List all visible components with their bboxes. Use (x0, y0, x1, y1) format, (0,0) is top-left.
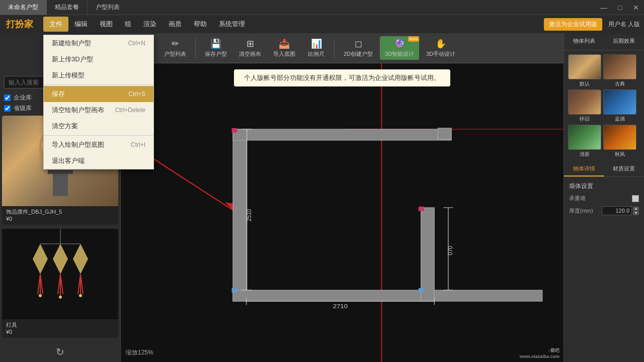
floorlist-icon: ✏ (172, 38, 179, 49)
material-price-0: ¥0 (6, 216, 114, 222)
close-button[interactable]: ✕ (628, 0, 644, 15)
minimize-button[interactable]: — (596, 0, 612, 15)
material-item-1[interactable]: 灯具 ¥0 (2, 229, 118, 338)
canvas-area[interactable]: 个人版帐号部分功能没有开通权限，可激活为企业试用版帐号试用。 (121, 63, 564, 362)
style-thumb-classic (603, 54, 636, 79)
right-tab-effects[interactable]: 后期效果 (604, 33, 645, 50)
obj-tabs: 物体详情 材质设置 (564, 162, 644, 177)
style-item-autumn[interactable]: 秋风 (603, 125, 636, 158)
svg-point-26 (79, 294, 82, 297)
style-item-classic[interactable]: 古典 (603, 54, 636, 87)
tool-3d-smart[interactable]: Beta 🔮 3D智能设计 (380, 36, 419, 60)
menu-item-help[interactable]: 帮助 (188, 17, 213, 32)
tool-2d[interactable]: ◻ 2D创建户型 (339, 36, 378, 60)
refresh-button[interactable]: ↻ (56, 346, 64, 358)
dropdown-clear-canvas[interactable]: 清空绘制户型画布 Ctrl+Delete (44, 102, 153, 118)
svg-rect-50 (232, 288, 237, 293)
top-area: ◈ 精品套餐 ✏ 户型列表 💾 保存户型 ⊞ 清空画布 📥 导入底图 📊 (121, 33, 564, 362)
style-thumb-retro (568, 89, 601, 115)
file-dropdown-menu: 新建绘制户型 Ctrl+N 新上传3D户型 新上传模型 保存 Ctrl+S 清空… (43, 35, 154, 169)
dropdown-exit[interactable]: 退出客户端 (44, 153, 153, 169)
right-main-tabs: 物体列表 后期效果 (564, 33, 644, 50)
menu-item-render[interactable]: 渲染 (137, 17, 163, 32)
floorplan-svg: 2510 2710 070 (121, 63, 564, 362)
svg-text:070: 070 (446, 246, 454, 255)
thickness-down[interactable]: ▼ (633, 211, 639, 215)
svg-rect-33 (233, 290, 542, 301)
svg-marker-14 (73, 244, 88, 274)
tool-scale[interactable]: 📊 比例尺 (302, 36, 330, 60)
thickness-row: 厚度(mm) ▲ ▼ (569, 206, 639, 215)
svg-rect-36 (438, 128, 451, 139)
dropdown-new-floorplan[interactable]: 新建绘制户型 Ctrl+N (44, 35, 153, 51)
tool-label-clear: 清空画布 (239, 50, 261, 58)
dropdown-divider-1 (44, 84, 153, 85)
title-bar: 未命名户型 精品套餐 户型列表 — □ ✕ (0, 0, 644, 15)
svg-point-25 (59, 296, 62, 299)
style-thumb-fresh (568, 125, 601, 150)
title-tab-premium[interactable]: 精品套餐 (47, 0, 88, 15)
svg-rect-52 (419, 288, 424, 293)
material-name-0: 饰品摆件_DBJ_GJH_5 (6, 208, 114, 216)
style-item-retro[interactable]: 怀旧 (568, 89, 601, 123)
enterprise-lib-checkbox[interactable] (4, 95, 11, 101)
right-sidebar: 物体列表 后期效果 默认 古典 怀旧 蓝调 清新 (564, 33, 644, 362)
dropdown-upload-3d[interactable]: 新上传3D户型 (44, 51, 153, 67)
activate-button[interactable]: 激活为企业试用版 (544, 18, 602, 31)
bearing-wall-row: 承重墙 (569, 195, 639, 202)
menu-item-edit[interactable]: 编辑 (68, 17, 94, 32)
bearing-wall-label: 承重墙 (569, 195, 586, 202)
obj-tab-material[interactable]: 材质设置 (604, 162, 645, 176)
maximize-button[interactable]: □ (612, 0, 628, 15)
dropdown-save[interactable]: 保存 Ctrl+S (44, 86, 153, 102)
tool-floorlist[interactable]: ✏ 户型列表 (159, 36, 191, 60)
dropdown-clear-plan[interactable]: 清空方案 (44, 118, 153, 134)
enterprise-lib-label: 企业库 (14, 94, 32, 102)
title-tab-unnamed[interactable]: 未命名户型 (0, 0, 47, 15)
thickness-input[interactable] (602, 206, 632, 215)
right-tab-list[interactable]: 物体列表 (564, 33, 604, 50)
menu-file[interactable]: 文件 新建绘制户型 Ctrl+N 新上传3D户型 新上传模型 保存 Ctrl+S… (43, 17, 68, 32)
watermark: ↓载吧www.xiazaiba.com (520, 347, 559, 359)
style-item-default[interactable]: 默认 (568, 54, 601, 87)
tool-label-3d-manual: 3D手动设计 (426, 50, 455, 58)
thickness-label: 厚度(mm) (569, 207, 593, 215)
style-item-fresh[interactable]: 清新 (568, 125, 601, 158)
dropdown-import-bg[interactable]: 导入绘制户型底图 Ctrl+I (44, 137, 153, 153)
3d-manual-icon: ✋ (435, 38, 446, 49)
dropdown-upload-model[interactable]: 新上传模型 (44, 67, 153, 83)
svg-marker-13 (53, 244, 68, 274)
province-lib-checkbox[interactable] (4, 105, 11, 112)
canvas-notice: 个人版帐号部分功能没有开通权限，可激活为企业试用版帐号试用。 (234, 69, 450, 86)
thickness-up[interactable]: ▲ (633, 207, 639, 211)
svg-rect-8 (48, 170, 73, 174)
menu-item-view[interactable]: 视图 (94, 17, 119, 32)
thickness-stepper[interactable]: ▲ ▼ (633, 207, 639, 215)
style-label-retro: 怀旧 (580, 116, 590, 123)
tool-import[interactable]: 📥 导入底图 (268, 36, 300, 60)
menu-item-file[interactable]: 文件 (43, 17, 68, 32)
obj-tab-detail[interactable]: 物体详情 (564, 162, 604, 176)
svg-marker-12 (33, 244, 48, 274)
tool-label-scale: 比例尺 (308, 50, 325, 58)
title-tab-list[interactable]: 户型列表 (88, 0, 128, 15)
tool-clear[interactable]: ⊞ 清空画布 (234, 36, 266, 60)
3d-smart-icon: 🔮 (394, 38, 405, 49)
tool-label-2d: 2D创建户型 (344, 50, 373, 58)
svg-rect-49 (232, 128, 237, 133)
svg-rect-35 (233, 129, 451, 140)
svg-rect-34 (421, 208, 435, 301)
menu-item-system[interactable]: 系统管理 (213, 17, 251, 32)
save-icon: 💾 (210, 38, 221, 49)
material-info-0: 饰品摆件_DBJ_GJH_5 ¥0 (2, 206, 118, 225)
tool-3d-manual[interactable]: ✋ 3D手动设计 (421, 36, 460, 60)
bearing-wall-checkbox[interactable] (632, 195, 639, 202)
svg-text:2710: 2710 (333, 303, 348, 310)
style-item-blue[interactable]: 蓝调 (603, 89, 636, 123)
menu-item-group[interactable]: 组 (119, 17, 137, 32)
material-name-1: 灯具 (6, 321, 114, 329)
tool-save[interactable]: 💾 保存户型 (200, 36, 232, 60)
tool-divider-2 (334, 38, 335, 58)
app-logo: 打扮家 (4, 18, 35, 30)
menu-item-quality[interactable]: 画质 (163, 17, 188, 32)
